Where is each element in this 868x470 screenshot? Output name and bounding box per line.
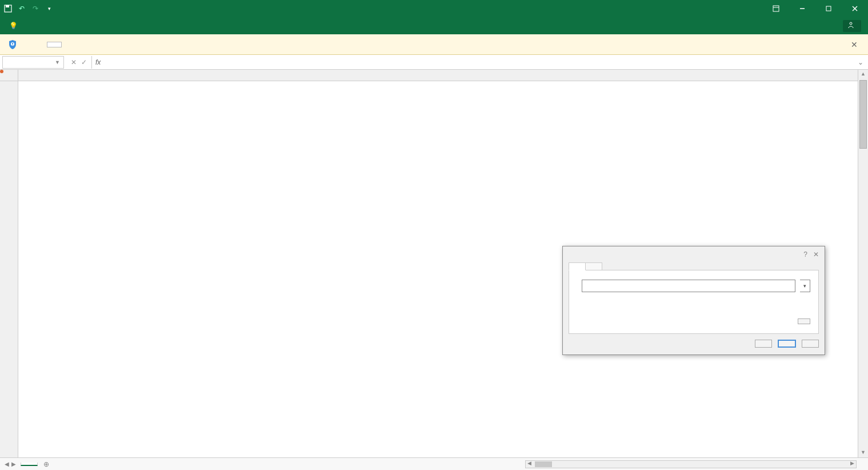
formula-cancel-icon[interactable]: ✕ xyxy=(71,58,77,66)
svg-rect-10 xyxy=(12,43,13,44)
add-sheet-button[interactable]: ⊕ xyxy=(38,460,55,468)
svg-rect-5 xyxy=(826,6,831,11)
vscroll-thumb[interactable] xyxy=(859,80,867,149)
shield-icon xyxy=(7,39,18,50)
ribbon-tabs: 💡 xyxy=(0,17,868,34)
svg-rect-2 xyxy=(773,6,779,11)
qat-dropdown-icon[interactable]: ▾ xyxy=(45,4,54,13)
fx-icon[interactable]: fx xyxy=(92,58,104,66)
protected-bar-close-icon[interactable]: ✕ xyxy=(847,40,861,49)
hscroll-thumb[interactable] xyxy=(535,461,552,467)
svg-rect-11 xyxy=(12,45,13,45)
formula-enter-icon[interactable]: ✓ xyxy=(81,58,87,66)
protected-view-bar: ✕ xyxy=(0,34,868,55)
dialog-titlebar[interactable]: ? ✕ xyxy=(563,246,825,262)
dialog-close-icon[interactable]: ✕ xyxy=(813,250,819,258)
find-input[interactable] xyxy=(582,280,795,292)
enable-editing-button[interactable] xyxy=(47,42,62,47)
save-icon[interactable] xyxy=(3,4,13,13)
vertical-scrollbar[interactable]: ▲ ▼ xyxy=(858,70,868,457)
select-all-corner[interactable] xyxy=(0,70,18,81)
titlebar: ↶ ↷ ▾ xyxy=(0,0,868,17)
sheet-tabs-bar: ◀▶ ⊕ ◀ ▶ xyxy=(0,457,868,470)
formula-expand-icon[interactable]: ⌄ xyxy=(853,58,868,66)
redo-icon[interactable]: ↷ xyxy=(31,4,40,13)
dialog-tab-find[interactable] xyxy=(569,262,586,270)
close-button[interactable] xyxy=(842,0,868,17)
bulb-icon: 💡 xyxy=(9,22,18,30)
minimize-button[interactable] xyxy=(789,0,815,17)
find-replace-dialog: ? ✕ ▾ xyxy=(562,246,825,355)
share-button[interactable] xyxy=(843,20,861,32)
tab-nav[interactable]: ◀▶ xyxy=(0,461,21,467)
share-icon xyxy=(847,22,854,30)
horizontal-scrollbar[interactable]: ◀ ▶ xyxy=(525,460,857,468)
ribbon-display-button[interactable] xyxy=(763,0,789,17)
name-box-dropdown-icon[interactable]: ▼ xyxy=(55,59,60,65)
formula-bar: ▼ ✕ ✓ fx ⌄ xyxy=(0,55,868,70)
dialog-help-icon[interactable]: ? xyxy=(803,250,807,258)
name-box[interactable]: ▼ xyxy=(2,56,64,69)
undo-icon[interactable]: ↶ xyxy=(17,4,26,13)
options-button[interactable] xyxy=(798,318,810,324)
dialog-close-button[interactable] xyxy=(802,340,819,348)
find-all-button[interactable] xyxy=(755,340,772,348)
maximize-button[interactable] xyxy=(815,0,842,17)
column-headers xyxy=(18,70,858,81)
svg-rect-1 xyxy=(6,5,9,7)
find-next-button[interactable] xyxy=(778,340,796,348)
find-history-dropdown-icon[interactable]: ▾ xyxy=(800,280,810,292)
svg-point-8 xyxy=(850,22,852,25)
row-headers xyxy=(0,81,18,457)
tell-me-search[interactable]: 💡 xyxy=(2,22,28,30)
sheet-tab[interactable] xyxy=(21,463,38,466)
dialog-tab-replace[interactable] xyxy=(586,262,602,270)
